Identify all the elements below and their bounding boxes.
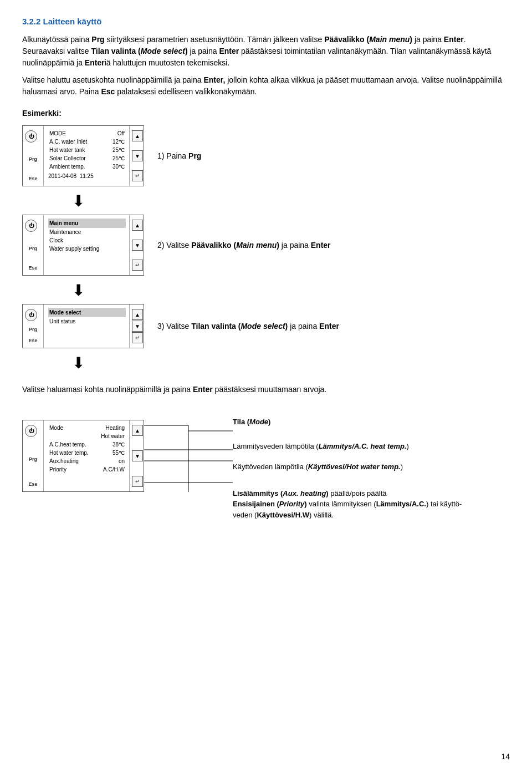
menu-row-3: Clock	[48, 236, 126, 245]
power-button-2: ⏻	[25, 220, 37, 232]
hw-temp-row: Hot water temp. 55℃	[48, 449, 126, 457]
water-supply-label: Water supply setting	[49, 245, 99, 253]
ese-label-1: Ese	[25, 176, 41, 181]
up-arrow-3: ▲	[132, 309, 143, 320]
down-arrow-4: ▼	[132, 450, 143, 461]
priority-value: A.C/H.W	[103, 465, 125, 474]
paragraph-1: Alkunäytössä paina Prg siirtyäksesi para…	[22, 34, 510, 69]
arrow-down-2: ⬇	[72, 281, 510, 299]
date-row: 2011-04-08 11:25	[48, 172, 126, 180]
power-button-1: ⏻	[25, 130, 37, 143]
down-arrow-3: ▼	[132, 321, 143, 332]
mode-label: MODE	[49, 129, 66, 138]
priority-row: Priority A.C/H.W	[48, 465, 126, 474]
screen-row-4: Ambient temp. 30℃	[48, 162, 126, 171]
diagram-section: ⏻ Prg Ese Mode Heating Hot water A.C	[22, 403, 510, 520]
ac-heat-label: A.C.heat temp.	[49, 440, 86, 449]
device-main-2: Main menu Maintenance Clock Water supply…	[44, 215, 129, 275]
up-arrow-1: ▲	[132, 130, 143, 141]
mode-heating-row: Mode Heating	[48, 424, 126, 432]
device-main-3: Mode select Unit status	[44, 304, 129, 348]
enter-btn-3: ↵	[132, 332, 143, 343]
prg-label-1: Prg	[25, 156, 41, 162]
device-screen-1: MODE Off A.C. water Inlet 12℃ Hot water …	[44, 126, 129, 186]
device-box-1: ⏻ Prg Ese MODE Off A.C. water Inlet 12℃	[22, 125, 144, 186]
step-2-desc: 2) Valitse Päävalikko (Main menu) ja pai…	[157, 240, 331, 251]
hot-water-value: Hot water	[101, 432, 125, 440]
step-3-row: ⏻ Prg Ese Mode select Unit status ▲ ▼ ↵	[22, 304, 510, 348]
page-number: 14	[501, 752, 510, 761]
row3-label: Solar Collector	[49, 154, 86, 162]
device-box-4: ⏻ Prg Ese Mode Heating Hot water A.C	[22, 420, 144, 492]
clock-label: Clock	[49, 236, 63, 245]
ac-heat-value: 38℃	[112, 440, 125, 449]
ese-label-3: Ese	[25, 338, 41, 343]
prg-label-3: Prg	[25, 327, 41, 332]
unit-status-row: Unit status	[48, 317, 126, 326]
diagram-label-aux: Lisälämmitys (Aux. heating) päällä/pois …	[233, 488, 462, 521]
power-button-3: ⏻	[25, 309, 37, 321]
example-label: Esimerkki:	[22, 109, 510, 118]
right-buttons-4: ▲ ▼ ↵	[129, 420, 144, 491]
hw-temp-label: Hot water temp.	[49, 449, 89, 457]
right-buttons-1: ▲ ▼ ↵	[129, 126, 144, 186]
hot-water-row: Hot water	[48, 432, 126, 440]
step-1-row: ⏻ Prg Ese MODE Off A.C. water Inlet 12℃	[22, 125, 510, 186]
mode-select-row: Mode select	[48, 308, 126, 317]
up-arrow-2: ▲	[132, 220, 143, 231]
ac-heat-row: A.C.heat temp. 38℃	[48, 440, 126, 449]
device-box-3: ⏻ Prg Ese Mode select Unit status ▲ ▼ ↵	[22, 304, 144, 348]
up-arrow-4: ▲	[132, 425, 143, 436]
bottom-text: Valitse haluamasi kohta nuolinäppäimillä…	[22, 383, 510, 395]
menu-row-4: Water supply setting	[48, 245, 126, 253]
mode-select-label: Mode select	[49, 308, 81, 317]
hw-temp-value: 55℃	[112, 449, 125, 457]
left-buttons-4: ⏻ Prg Ese	[23, 420, 44, 491]
diagram-labels: Tila (Mode) Lämmitysveden lämpötila (Läm…	[233, 417, 462, 520]
arrow-down-3: ⬇	[72, 354, 510, 372]
left-buttons-3: ⏻ Prg Ese	[23, 304, 44, 348]
enter-btn-4: ↵	[132, 476, 143, 487]
device-screen-2: Main menu Maintenance Clock Water supply…	[44, 215, 129, 275]
paragraph-2: Valitse haluttu asetuskohta nuolinäppäim…	[22, 74, 510, 98]
screen-row-3: Solar Collector 25℃	[48, 154, 126, 162]
connector-svg	[144, 420, 233, 520]
row2-value: 25℃	[112, 146, 125, 154]
mode-screen4-label: Mode	[49, 424, 63, 432]
down-arrow-1: ▼	[132, 150, 143, 161]
row1-label: A.C. water Inlet	[49, 138, 87, 146]
aux-label: Aux.heating	[49, 457, 79, 465]
right-buttons-2: ▲ ▼ ↵	[129, 215, 144, 275]
priority-label: Priority	[49, 465, 66, 474]
row3-value: 25℃	[112, 154, 125, 162]
row4-value: 30℃	[112, 162, 125, 171]
ese-label-2: Ese	[25, 265, 41, 271]
enter-btn-1: ↵	[132, 170, 143, 181]
unit-status-label: Unit status	[49, 317, 75, 326]
diagram-label-hw-temp: Käyttöveden lämpötila (Käyttövesi/Hot wa…	[233, 461, 462, 473]
mode-row: MODE Off	[48, 129, 126, 138]
left-buttons-1: ⏻ Prg Ese	[23, 126, 44, 186]
arrow-down-1: ⬇	[72, 192, 510, 210]
step-2-row: ⏻ Prg Ese Main menu Maintenance Clock	[22, 215, 510, 276]
diagram-label-heating-temp: Lämmitysveden lämpötila (Lämmitys/A.C. h…	[233, 441, 462, 452]
mode-value: Off	[117, 129, 125, 138]
device-main-1: MODE Off A.C. water Inlet 12℃ Hot water …	[44, 126, 129, 186]
ese-label-4: Ese	[25, 481, 41, 487]
power-button-4: ⏻	[25, 425, 37, 437]
left-buttons-2: ⏻ Prg Ese	[23, 215, 44, 275]
screen-row-1: A.C. water Inlet 12℃	[48, 138, 126, 146]
aux-heating-row: Aux.heating on	[48, 457, 126, 465]
aux-value: on	[119, 457, 125, 465]
right-buttons-3: ▲ ▼ ↵	[129, 304, 144, 348]
prg-label-4: Prg	[25, 456, 41, 462]
menu-row-2: Maintenance	[48, 228, 126, 236]
screen-row-2: Hot water tank 25℃	[48, 146, 126, 154]
diagram-label-mode: Tila (Mode)	[233, 417, 462, 428]
mode-screen4-value: Heating	[106, 424, 125, 432]
down-arrow-2: ▼	[132, 240, 143, 251]
row4-label: Ambient temp.	[49, 162, 85, 171]
step-1-desc: 1) Paina Prg	[157, 150, 201, 162]
section-title: 3.2.2 Laitteen käyttö	[22, 17, 510, 26]
step-3-desc: 3) Valitse Tilan valinta (Mode select) j…	[157, 321, 339, 332]
